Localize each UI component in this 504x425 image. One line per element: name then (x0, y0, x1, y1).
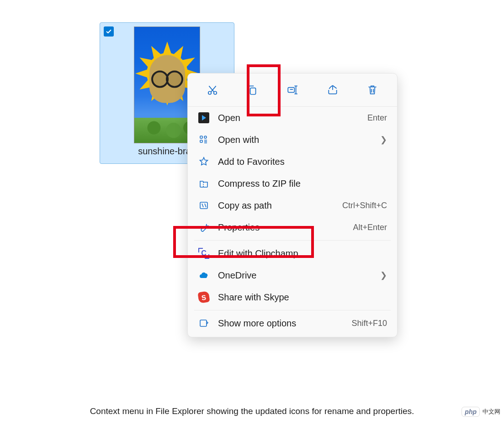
svg-point-1 (214, 91, 217, 94)
menu-shortcut: Alt+Enter (353, 223, 387, 232)
delete-button[interactable] (364, 82, 381, 98)
file-selected-checkbox[interactable] (104, 26, 114, 37)
chevron-right-icon: ❯ (380, 135, 387, 145)
watermark-badge: php (462, 407, 480, 417)
menu-item-open-with[interactable]: Open with ❯ (188, 129, 397, 151)
menu-item-properties[interactable]: Properties Alt+Enter (188, 216, 397, 238)
menu-shortcut: Ctrl+Shift+C (342, 201, 387, 210)
menu-label: Edit with Clipchamp (218, 248, 387, 259)
clipchamp-icon: C (198, 247, 210, 259)
menu-item-open[interactable]: Open Enter (188, 107, 397, 129)
menu-shortcut: Shift+F10 (351, 319, 387, 328)
watermark: php 中文网 (462, 407, 500, 417)
copy-icon (246, 84, 258, 96)
menu-item-share-skype[interactable]: S Share with Skype (188, 286, 397, 308)
copy-path-icon (198, 199, 210, 211)
menu-label: Properties (218, 222, 345, 233)
menu-item-copy-as-path[interactable]: Copy as path Ctrl+Shift+C (188, 194, 397, 216)
menu-item-onedrive[interactable]: OneDrive ❯ (188, 264, 397, 286)
delete-icon (366, 84, 378, 96)
menu-separator (194, 240, 391, 241)
cut-button[interactable] (204, 82, 221, 98)
context-menu: Open Enter Open with ❯ Add to Favorites … (187, 73, 398, 337)
caption-text: Context menu in File Explorer showing th… (0, 406, 504, 416)
open-app-icon (198, 112, 210, 124)
cut-icon (207, 84, 218, 96)
svg-rect-3 (288, 88, 294, 93)
context-menu-toolbar (188, 73, 397, 107)
rename-icon (286, 84, 298, 96)
menu-label: Open (218, 113, 359, 123)
svg-rect-2 (250, 88, 256, 94)
menu-label: Compress to ZIP file (218, 178, 387, 189)
menu-separator (194, 310, 391, 310)
chevron-right-icon: ❯ (380, 270, 387, 280)
onedrive-icon (198, 269, 210, 281)
menu-item-compress-zip[interactable]: Compress to ZIP file (188, 173, 397, 194)
menu-item-add-to-favorites[interactable]: Add to Favorites (188, 151, 397, 173)
menu-label: Copy as path (218, 200, 334, 211)
svg-point-6 (204, 136, 207, 138)
rename-button[interactable] (284, 82, 301, 98)
menu-item-show-more-options[interactable]: Show more options Shift+F10 (188, 312, 397, 334)
menu-item-edit-clipchamp[interactable]: C Edit with Clipchamp (188, 242, 397, 264)
properties-icon (198, 221, 210, 233)
svg-rect-4 (200, 136, 202, 138)
menu-shortcut: Enter (367, 113, 387, 123)
watermark-text: 中文网 (483, 408, 500, 416)
checkmark-icon (106, 28, 112, 35)
svg-rect-7 (200, 202, 207, 209)
share-button[interactable] (324, 82, 341, 98)
menu-label: OneDrive (218, 270, 372, 281)
zip-icon (198, 178, 210, 189)
menu-label: Share with Skype (218, 292, 387, 303)
menu-label: Add to Favorites (218, 157, 387, 167)
copy-button[interactable] (244, 82, 260, 98)
svg-point-0 (208, 91, 212, 94)
skype-icon: S (198, 291, 210, 303)
more-icon (198, 317, 210, 329)
menu-label: Show more options (218, 318, 343, 329)
share-icon (327, 84, 339, 96)
svg-rect-8 (200, 320, 207, 326)
favorite-icon (198, 156, 210, 168)
menu-label: Open with (218, 135, 372, 145)
open-with-icon (198, 134, 210, 146)
svg-rect-5 (200, 140, 202, 142)
